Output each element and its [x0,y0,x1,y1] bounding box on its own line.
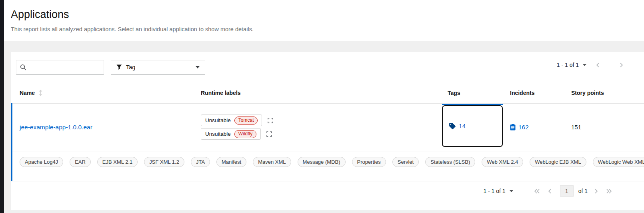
filter-icon [116,64,122,70]
story-points-value: 151 [571,124,581,131]
column-header-story-points: Story points [571,82,604,103]
pagination-next-page-button[interactable] [590,188,602,194]
row-divider [12,151,644,151]
runtime-labels-cell: Unsuitable Tomcat Unsuitable Wildfly [201,103,273,151]
incidents-cell: 162 [510,103,529,151]
column-header-tags: Tags [448,82,460,103]
runtime-badge: Tomcat [234,117,258,125]
runtime-label-row: Unsuitable Tomcat [201,115,273,126]
pagination-first-page-button[interactable] [530,188,544,194]
filter-label: Tag [126,64,135,70]
pagination-top-range: 1 - 1 of 1 [557,62,579,68]
tag-pill: WebLogic Web XML [593,157,644,167]
search-icon [20,64,26,70]
page-header: Applications This report lists all analy… [4,0,644,41]
pagination-prev-page-button[interactable] [544,188,556,194]
tag-pill: WebLogic EJB XML [530,157,586,167]
tag-pill: EAR [70,157,91,167]
expand-runtime-label-button[interactable] [266,131,272,137]
tag-pill: Properties [352,157,386,167]
story-points-cell: 151 [571,103,581,151]
column-header-incidents: Incidents [510,82,534,103]
search-input[interactable] [30,64,100,71]
column-header-name-label: Name [20,90,35,96]
tag-pill: Maven XML [253,157,291,167]
table-header-row: Name Runtime labels Tags Incidents Story… [11,82,644,104]
tag-filter-dropdown[interactable]: Tag [111,60,205,74]
tag-pill: Manifest [216,157,246,167]
tags-cell-box: 14 [442,105,503,147]
chevron-down-icon [196,66,200,68]
tag-pill: Stateless (SLSB) [425,157,475,167]
runtime-label-row: Unsuitable Wildfly [201,128,272,140]
runtime-badge: Wildfly [234,130,256,138]
incidents-icon [510,124,516,131]
applications-card: Tag 1 - 1 of 1 Name [11,52,644,210]
current-page-input[interactable] [560,185,574,197]
tag-pill: Apache Log4J [20,157,63,167]
tag-pill: Web XML 2.4 [482,157,523,167]
page-subtitle: This report lists all analyzed applicati… [11,26,644,32]
page-title: Applications [11,8,644,21]
pagination-top-next-button[interactable] [610,62,633,68]
runtime-label-text: Unsuitable [205,117,231,123]
runtime-label-text: Unsuitable [205,131,231,137]
toolbar: Tag [16,60,205,74]
runtime-label: Unsuitable Wildfly [201,128,261,140]
tag-pill: Message (MDB) [298,157,346,167]
column-header-name[interactable]: Name [20,82,42,103]
pagination-top: 1 - 1 of 1 [557,62,633,68]
column-header-runtime-labels: Runtime labels [201,82,241,103]
pagination-top-menu-toggle[interactable]: 1 - 1 of 1 [557,62,586,68]
tag-pill: JSF XML 1.2 [144,157,184,167]
tag-pill: JTA [191,157,210,167]
tags-expand-toggle[interactable]: 14 [442,104,503,147]
runtime-label: Unsuitable Tomcat [201,115,262,126]
pagination-last-page-button[interactable] [602,188,616,194]
pagination-bottom-menu-toggle[interactable]: 1 - 1 of 1 [483,188,513,194]
pagination-top-prev-button[interactable] [586,62,610,68]
caret-down-icon [583,64,586,66]
expanded-tags-row: Apache Log4J EAR EJB XML 2.1 JSF XML 1.2… [20,157,644,167]
tags-count: 14 [459,123,466,130]
sidebar-edge [0,0,4,213]
pagination-bottom-range: 1 - 1 of 1 [483,188,505,194]
page-of-label: of 1 [578,188,588,194]
page: Applications This report lists all analy… [0,0,644,213]
sort-icon [39,90,42,96]
incidents-link[interactable]: 162 [510,124,529,131]
expanded-row-accent [11,103,12,181]
application-link[interactable]: jee-example-app-1.0.0.ear [20,124,92,131]
name-cell: jee-example-app-1.0.0.ear [20,103,92,151]
expand-runtime-label-button[interactable] [268,118,273,123]
pagination-bottom: 1 - 1 of 1 of 1 [483,184,616,198]
expand-icon [266,131,272,137]
tag-pill: EJB XML 2.1 [97,157,138,167]
incidents-count: 162 [518,124,529,131]
caret-down-icon [510,190,513,192]
row-bottom-border [11,181,644,181]
expand-icon [268,118,273,123]
search-box [16,60,104,74]
tag-pill: Servlet [392,157,419,167]
tag-icon [449,123,456,130]
